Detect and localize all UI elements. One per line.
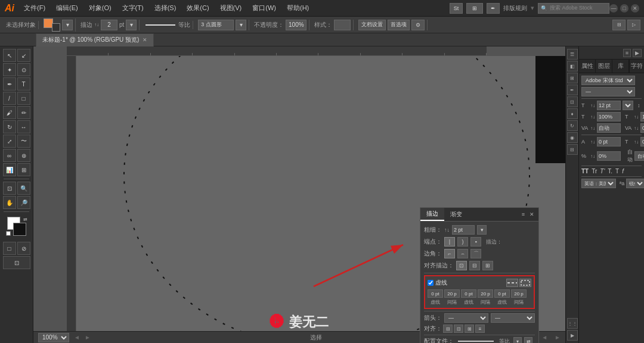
selection-tool[interactable]: ↖ xyxy=(3,49,16,62)
menu-window[interactable]: 窗口(W) xyxy=(250,2,278,14)
font-style-select[interactable]: — xyxy=(581,87,635,96)
style-preview[interactable] xyxy=(334,20,351,30)
collapse-icon[interactable]: ▶ xyxy=(567,330,578,341)
baseline-input[interactable] xyxy=(597,137,621,146)
profile-flip[interactable]: ⇄ xyxy=(524,337,532,343)
maximize-button[interactable]: □ xyxy=(620,4,628,13)
t-italic-btn[interactable]: T' xyxy=(600,168,605,174)
t-dot-btn[interactable]: T. xyxy=(608,168,612,174)
scale-h-input[interactable] xyxy=(597,112,621,121)
transform-panel-icon[interactable]: ↻ xyxy=(567,120,578,131)
gap1-input[interactable] xyxy=(444,289,460,298)
minimize-button[interactable]: — xyxy=(609,4,618,13)
menu-object[interactable]: 对象(O) xyxy=(86,2,114,14)
auto-select[interactable]: 自动 xyxy=(634,151,644,161)
swap-colors-icon[interactable]: ⇄ xyxy=(23,217,27,222)
close-button[interactable]: ✕ xyxy=(631,4,639,13)
slice-tool[interactable]: ⊡ xyxy=(3,182,16,195)
dash2-input[interactable] xyxy=(461,289,476,298)
align-center-btn[interactable]: ⊡ xyxy=(456,261,467,270)
symbol-tool[interactable]: ⊛ xyxy=(17,149,30,162)
language-select[interactable]: 英语：美国 xyxy=(581,179,616,188)
tracking-input[interactable] xyxy=(640,123,644,133)
t-f-btn[interactable]: f xyxy=(622,168,624,174)
rotation-input[interactable] xyxy=(640,137,644,146)
swatches-panel-icon[interactable]: ⊡ xyxy=(567,96,578,107)
square-cap-btn[interactable]: ▪ xyxy=(470,237,481,247)
mask-mode-icon[interactable]: ⊘ xyxy=(17,242,30,255)
library-tab[interactable]: 库 xyxy=(612,60,629,73)
artboard-tool[interactable]: ⊞ xyxy=(17,163,30,176)
scale-tool[interactable]: ⤢ xyxy=(3,135,16,148)
kern-input[interactable] xyxy=(597,123,621,133)
shape-select[interactable]: 3 点圆形 xyxy=(198,20,234,30)
opacity-input[interactable] xyxy=(286,20,306,30)
line-tool[interactable]: / xyxy=(3,92,16,105)
preferences-button[interactable]: 首选项 xyxy=(388,20,410,30)
menu-edit[interactable]: 编辑(E) xyxy=(54,2,80,14)
pencil-tool[interactable]: ✏ xyxy=(17,106,30,119)
gradient-tab[interactable]: 渐变 xyxy=(444,208,468,220)
pen-tool[interactable]: ✒ xyxy=(3,77,16,91)
char-tab[interactable]: 字符 xyxy=(629,60,644,73)
panel-collapse-icon[interactable]: ✕ xyxy=(528,211,536,218)
arrow-start-select[interactable]: — xyxy=(444,313,488,323)
brush-panel-icon[interactable]: ✒ xyxy=(567,85,578,95)
align-left-btn[interactable]: ⊟ xyxy=(443,325,453,333)
normal-mode-icon[interactable]: □ xyxy=(3,242,16,255)
shape-tool[interactable]: □ xyxy=(17,92,30,105)
menu-effect[interactable]: 效果(C) xyxy=(184,2,211,14)
brush-icon[interactable]: ✒ xyxy=(487,3,500,14)
rt-options-btn[interactable]: ≡ xyxy=(623,49,631,57)
butt-cap-btn[interactable]: | xyxy=(444,237,455,247)
appearance-panel-icon[interactable]: ◉ xyxy=(567,132,578,143)
align-extra-btn[interactable]: ≡ xyxy=(475,325,485,333)
properties-panel-icon[interactable]: ☰ xyxy=(567,49,578,60)
align-center2-btn[interactable]: ⊡ xyxy=(454,325,463,333)
tt-btn[interactable]: TT xyxy=(581,168,589,174)
reset-colors-icon[interactable] xyxy=(6,231,11,236)
hand-tool[interactable]: ✋ xyxy=(3,196,16,209)
graph-tool[interactable]: 📊 xyxy=(3,163,16,176)
shape-dropdown[interactable]: ▾ xyxy=(236,20,246,30)
warp-tool[interactable]: 〜 xyxy=(17,135,30,148)
zoom-tool[interactable]: 🔎 xyxy=(17,196,30,209)
dashed-aligned-btn[interactable] xyxy=(506,279,518,287)
screen-mode-icon[interactable]: ⊡ xyxy=(3,256,30,269)
background-color[interactable] xyxy=(13,223,26,236)
rt-collapse-btn[interactable]: ▶ xyxy=(633,49,642,57)
gap3-input[interactable] xyxy=(511,289,527,298)
stroke-dropdown[interactable]: ▾ xyxy=(126,20,137,30)
align-outside-btn[interactable]: ⊞ xyxy=(482,261,493,270)
stroke-tab[interactable]: 描边 xyxy=(420,208,444,221)
eyedropper-tool[interactable]: 🔍 xyxy=(17,182,30,195)
weight-input[interactable] xyxy=(452,225,475,235)
magic-wand-tool[interactable]: ✦ xyxy=(3,63,16,76)
layers-tab[interactable]: 图层 xyxy=(596,60,612,73)
paintbrush-tool[interactable]: 🖌 xyxy=(3,106,16,119)
blend-tool[interactable]: ∞ xyxy=(3,149,16,162)
align-inside-btn[interactable]: ⊟ xyxy=(469,261,480,270)
arrow-end-select[interactable]: — xyxy=(491,313,535,323)
tr-btn[interactable]: Tr xyxy=(592,168,597,174)
panel-menu-icon[interactable]: ≡ xyxy=(520,211,527,218)
stroke-weight-input[interactable] xyxy=(101,20,117,30)
menu-help[interactable]: 帮助(H) xyxy=(284,2,311,14)
library-panel-icon[interactable]: ⊞ xyxy=(567,73,578,83)
size-unit-select[interactable]: ▾ xyxy=(623,101,633,110)
sort-icon[interactable]: St xyxy=(450,3,463,14)
menu-select[interactable]: 选择(S) xyxy=(152,2,179,14)
menu-text[interactable]: 文字(T) xyxy=(120,2,146,14)
dashed-corner-btn[interactable] xyxy=(519,279,531,287)
round-join-btn[interactable]: ⌢ xyxy=(457,249,468,258)
menu-file[interactable]: 文件(F) xyxy=(21,2,48,14)
dash1-input[interactable] xyxy=(428,289,443,298)
profile-dropdown[interactable]: ▾ xyxy=(513,337,522,343)
doc-settings-button[interactable]: 文档设置 xyxy=(358,20,386,30)
weight-dropdown[interactable]: ▾ xyxy=(477,225,487,235)
align-right-btn[interactable]: ⊞ xyxy=(465,325,474,333)
align-panel-icon[interactable]: ⊟ xyxy=(567,144,578,155)
fill-stroke-swatch[interactable] xyxy=(44,18,60,32)
mirror-tool[interactable]: ↔ xyxy=(17,120,30,133)
tab-close-button[interactable]: ✕ xyxy=(143,37,147,43)
